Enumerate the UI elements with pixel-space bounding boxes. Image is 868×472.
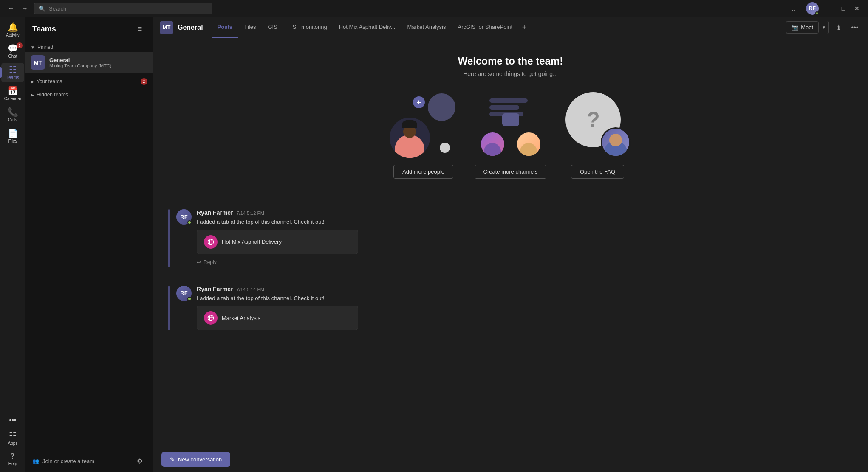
- pinned-section-header[interactable]: ▼ Pinned: [25, 42, 153, 52]
- titlebar: ← → 🔍 Search … RF – □ ✕: [0, 0, 868, 17]
- titlebar-right: … RF – □ ✕: [789, 2, 863, 15]
- sidebar-item-apps[interactable]: ☷ Apps: [1, 429, 24, 448]
- channel-icon: MT: [160, 21, 173, 34]
- meet-dropdown-button[interactable]: ▼: [819, 22, 828, 32]
- minimize-button[interactable]: –: [824, 3, 836, 14]
- join-icon: 👥: [32, 458, 39, 464]
- msg-time-2: 7/14 5:14 PM: [237, 287, 264, 292]
- tab-posts[interactable]: Posts: [212, 17, 238, 38]
- search-icon: 🔍: [39, 6, 45, 12]
- tab-gis[interactable]: GIS: [262, 17, 283, 38]
- maximize-button[interactable]: □: [837, 3, 849, 14]
- tab-files[interactable]: Files: [238, 17, 262, 38]
- thread-border-1: [168, 209, 170, 267]
- your-teams-section: ▶ Your teams 2: [25, 75, 153, 88]
- msg-text-2: I added a tab at the top of this channel…: [197, 294, 853, 303]
- welcome-title: Welcome to the team!: [170, 55, 851, 67]
- channel-more-button[interactable]: •••: [848, 21, 861, 34]
- more-options-button[interactable]: …: [789, 3, 801, 14]
- sidebar-header: Teams ≡: [25, 17, 153, 41]
- msg-avatar-status-2: [187, 297, 192, 301]
- welcome-card-add-people: + Add more people: [390, 90, 458, 179]
- question-mark: ?: [587, 107, 600, 132]
- channel-info-button[interactable]: ℹ: [832, 21, 845, 34]
- sidebar-settings-button[interactable]: ⚙: [134, 455, 146, 467]
- files-label: Files: [8, 139, 17, 143]
- open-faq-button[interactable]: Open the FAQ: [571, 165, 624, 179]
- tab-hotmix[interactable]: Hot Mix Asphalt Deliv...: [333, 17, 401, 38]
- message-icon: [502, 113, 519, 126]
- channel-tabs: Posts Files GIS TSF monitoring Hot Mix A…: [212, 17, 786, 38]
- person-hair: [402, 120, 417, 128]
- link-card-2[interactable]: Market Analysis: [197, 306, 358, 330]
- sidebar-item-activity[interactable]: 🔔 Activity: [1, 20, 24, 40]
- person-secondary: [428, 93, 455, 121]
- message-thread-1: RF Ryan Farmer 7/14 5:12 PM I added a ta…: [161, 204, 860, 272]
- link-card-title-2: Market Analysis: [222, 315, 260, 321]
- search-bar[interactable]: 🔍 Search: [34, 3, 212, 14]
- team-sub: Mining Team Company (MTC): [49, 63, 147, 68]
- tab-arcgis[interactable]: ArcGIS for SharePoint: [452, 17, 518, 38]
- thread-border-2: [168, 286, 170, 331]
- msg-avatar-2: RF: [176, 286, 192, 301]
- help-label: Help: [8, 461, 17, 466]
- add-more-people-button[interactable]: Add more people: [393, 165, 453, 179]
- join-create-team-button[interactable]: 👥 Join or create a team: [32, 458, 94, 464]
- globe-icon-1: [207, 239, 214, 245]
- sidebar-title: Teams: [32, 25, 56, 34]
- msg-header-2: Ryan Farmer 7/14 5:14 PM: [197, 286, 853, 292]
- create-more-channels-button[interactable]: Create more channels: [475, 165, 547, 179]
- person-small-circle: [440, 143, 450, 153]
- teams-icon: ☷: [9, 65, 17, 74]
- pinned-arrow-icon: ▼: [31, 45, 35, 50]
- hidden-teams-label: Hidden teams: [37, 92, 68, 98]
- nav-more-button[interactable]: •••: [1, 413, 24, 427]
- new-conversation-button[interactable]: ✎ New conversation: [161, 452, 230, 467]
- reply-button-1[interactable]: ↩ Reply: [197, 258, 217, 267]
- faq-person: [601, 127, 631, 157]
- person-right-body: [520, 143, 537, 156]
- help-icon: ?: [11, 452, 15, 460]
- pinned-label: Pinned: [37, 44, 53, 50]
- hidden-teams-arrow-icon: ▶: [31, 93, 34, 97]
- your-teams-section-header[interactable]: ▶ Your teams 2: [25, 76, 153, 87]
- user-avatar-container[interactable]: RF: [806, 2, 819, 15]
- close-button[interactable]: ✕: [851, 3, 863, 14]
- sidebar-footer: 👥 Join or create a team ⚙: [25, 450, 153, 472]
- sidebar-item-help[interactable]: ? Help: [1, 450, 24, 469]
- chat-bubble-2: [489, 105, 519, 110]
- your-teams-label: Your teams: [37, 79, 62, 84]
- nav-back-button[interactable]: ←: [5, 3, 17, 14]
- link-card-icon-1: [204, 235, 218, 249]
- app-body: 🔔 Activity 💬 Chat 1 ☷ Teams 📅 Calendar 📞…: [0, 17, 868, 472]
- meet-button[interactable]: 📷 Meet: [786, 21, 819, 34]
- plus-badge-icon: +: [413, 96, 425, 108]
- teams-label: Teams: [6, 75, 19, 80]
- welcome-card-create-channels: Create more channels: [475, 90, 547, 179]
- your-teams-arrow-icon: ▶: [31, 79, 34, 84]
- header-actions: 📷 Meet ▼ ℹ •••: [786, 21, 861, 34]
- msg-author-1: Ryan Farmer: [197, 209, 233, 216]
- general-team-item[interactable]: MT General Mining Team Company (MTC): [25, 52, 153, 73]
- sidebar-item-chat[interactable]: 💬 Chat 1: [1, 42, 24, 61]
- ellipsis-icon: •••: [9, 416, 17, 424]
- sidebar-item-teams[interactable]: ☷ Teams: [1, 63, 24, 82]
- sidebar-item-calls[interactable]: 📞 Calls: [1, 105, 24, 125]
- add-tab-button[interactable]: +: [518, 22, 530, 34]
- sidebar-item-calendar[interactable]: 📅 Calendar: [1, 84, 24, 104]
- sidebar-item-files[interactable]: 📄 Files: [1, 126, 24, 146]
- main-content: MT General Posts Files GIS TSF monitorin…: [153, 17, 868, 472]
- globe-icon-2: [207, 315, 214, 321]
- msg-text-1: I added a tab at the top of this channel…: [197, 218, 853, 226]
- hidden-teams-section-header[interactable]: ▶ Hidden teams: [25, 90, 153, 99]
- nav-forward-button[interactable]: →: [19, 3, 31, 14]
- teams-sidebar: Teams ≡ ▼ Pinned MT General Mining Team …: [25, 17, 153, 472]
- reply-label-1: Reply: [204, 259, 217, 265]
- sidebar-menu-button[interactable]: ≡: [134, 23, 146, 35]
- tab-tsf[interactable]: TSF monitoring: [283, 17, 333, 38]
- link-card-1[interactable]: Hot Mix Asphalt Delivery: [197, 230, 358, 254]
- tab-market[interactable]: Market Analysis: [401, 17, 452, 38]
- person-left-body: [484, 143, 501, 156]
- faq-illustration: ?: [563, 90, 631, 158]
- team-icon: MT: [31, 55, 45, 70]
